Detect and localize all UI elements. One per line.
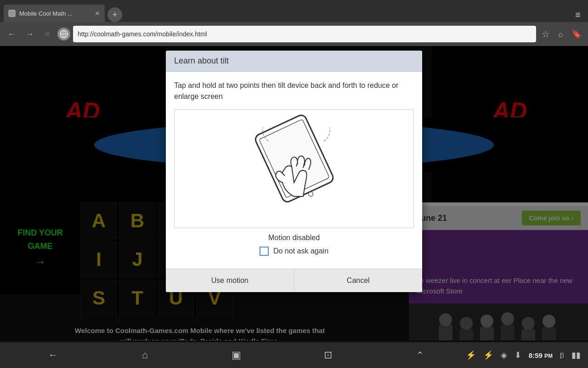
- use-motion-button[interactable]: Use motion: [166, 269, 294, 292]
- url-bar[interactable]: http://coolmath-games.com/mobile/index.h…: [73, 26, 536, 42]
- modal-body: Tap and hold at two points then tilt dev…: [166, 72, 422, 269]
- time-text: 8:59: [529, 351, 543, 359]
- tilt-modal: Learn about tilt Tap and hold at two poi…: [166, 51, 422, 292]
- chevron-up-icon: ⌃: [416, 350, 424, 361]
- browser-menu-button[interactable]: ≡: [571, 8, 584, 22]
- search-button[interactable]: ⌕: [555, 27, 566, 42]
- modal-status: Motion disabled: [174, 234, 414, 242]
- nav-center: ⌃: [374, 350, 466, 361]
- modal-footer: Use motion Cancel: [166, 269, 422, 292]
- tilt-illustration: [174, 109, 414, 228]
- modal-title: Learn about tilt: [174, 56, 229, 65]
- modal-overlay: Learn about tilt Tap and hold at two poi…: [0, 46, 588, 342]
- usb-icon-1: ⚡: [466, 350, 476, 360]
- system-recents-button[interactable]: ▣: [191, 349, 283, 361]
- do-not-ask-label: Do not ask again: [273, 247, 328, 255]
- bluetooth-icon: Ꞵ: [560, 351, 564, 360]
- system-home-button[interactable]: ⌂: [99, 349, 191, 361]
- globe-icon: [57, 28, 70, 40]
- browser-chrome: Mobile Cool Math ... ✕ + ≡ ← → ✕ http://…: [0, 0, 588, 46]
- tab-close-button[interactable]: ✕: [95, 10, 100, 17]
- bookmark-star-button[interactable]: ☆: [539, 26, 553, 42]
- tab-bar: Mobile Cool Math ... ✕ + ≡: [0, 0, 588, 22]
- android-icon: ◈: [501, 350, 507, 360]
- bottom-nav: ← ⌂ ▣ ⊡ ⌃ ⚡ ⚡ ◈ ⬇ 8:59 PM Ꞵ ▮▮: [0, 342, 588, 368]
- cancel-button[interactable]: Cancel: [294, 269, 423, 292]
- time-display: 8:59 PM: [529, 351, 553, 359]
- modal-header: Learn about tilt: [166, 51, 422, 72]
- close-button[interactable]: ✕: [40, 26, 55, 42]
- nav-bar: ← → ✕ http://coolmath-games.com/mobile/i…: [0, 22, 588, 46]
- usb-icon-2: ⚡: [483, 350, 493, 360]
- status-bar-right: ⚡ ⚡ ◈ ⬇ 8:59 PM Ꞵ ▮▮: [466, 350, 581, 360]
- system-fullscreen-button[interactable]: ⊡: [283, 349, 374, 361]
- tab-title: Mobile Cool Math ...: [19, 10, 91, 17]
- back-button[interactable]: ←: [4, 27, 19, 42]
- checkbox-row: Do not ask again: [174, 247, 414, 256]
- modal-description: Tap and hold at two points then tilt dev…: [174, 80, 414, 102]
- system-back-button[interactable]: ←: [7, 349, 99, 361]
- do-not-ask-checkbox[interactable]: [260, 247, 269, 256]
- page-bookmark-button[interactable]: 🔖: [569, 26, 584, 42]
- ampm-text: PM: [544, 353, 553, 359]
- forward-button[interactable]: →: [22, 27, 38, 42]
- battery-icon: ▮▮: [571, 350, 581, 360]
- download-icon: ⬇: [514, 350, 521, 360]
- new-tab-button[interactable]: +: [107, 7, 122, 22]
- tab-favicon: [8, 10, 16, 17]
- url-text: http://coolmath-games.com/mobile/index.h…: [78, 30, 207, 38]
- active-tab[interactable]: Mobile Cool Math ... ✕: [4, 5, 105, 22]
